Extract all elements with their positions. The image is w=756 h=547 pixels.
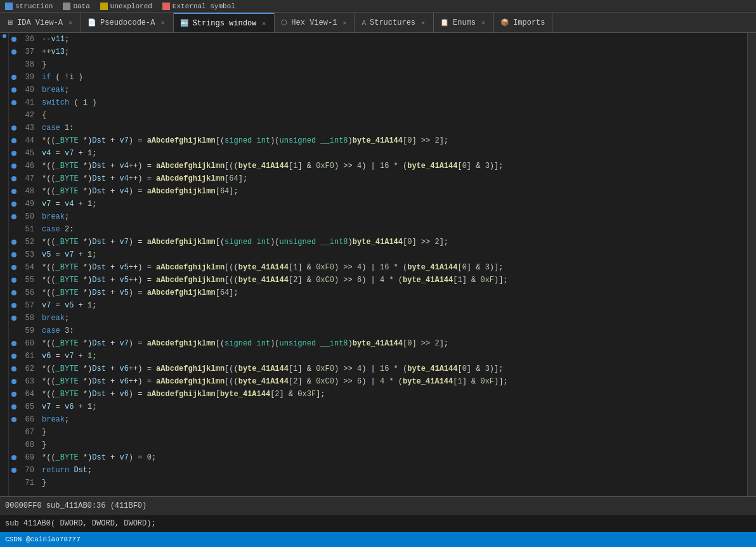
table-row: 60 *((_BYTE *)Dst + v7) = aAbcdefghijklm… [9, 337, 747, 350]
line-dot [11, 392, 16, 397]
code-text: --v11; [42, 35, 69, 44]
tab-structures[interactable]: A Structures ✕ [355, 13, 434, 32]
tab-enums[interactable]: 📋 Enums ✕ [434, 13, 494, 32]
line-dot [11, 100, 16, 105]
line-dot [11, 49, 16, 55]
legend-external: External symbol [162, 3, 235, 10]
table-row: 56 *((_BYTE *)Dst + v5) = aAbcdefghijklm… [9, 286, 747, 299]
code-text: return Dst; [42, 466, 92, 475]
tab-pseudocode[interactable]: 📄 Pseudocode-A ✕ [81, 13, 173, 32]
code-text: break; [42, 86, 69, 94]
line-number: 41 [19, 98, 42, 107]
unexplored-color [100, 3, 108, 10]
tab-strings-close[interactable]: ✕ [260, 19, 268, 28]
table-row: 69 *((_BYTE *)Dst + v7) = 0; [9, 451, 747, 464]
table-row: 38 } [9, 58, 747, 71]
line-number: 43 [19, 124, 42, 132]
code-panel[interactable]: 36--v11;37++v13;38 }39 if ( !i )40 break… [9, 33, 747, 496]
tab-hex-view-close[interactable]: ✕ [341, 18, 348, 27]
line-number: 58 [19, 314, 42, 323]
legend-instruction-label: struction [15, 3, 53, 10]
imports-icon: 📦 [500, 18, 509, 27]
footer-sub-text: sub 411AB0( DWORD, DWORD, DWORD); [5, 519, 156, 528]
tab-ida-view[interactable]: 🖥 IDA View-A ✕ [0, 13, 81, 32]
line-dot [11, 354, 16, 359]
table-row: 52 *((_BYTE *)Dst + v7) = aAbcdefghijklm… [9, 236, 747, 248]
line-number: 70 [19, 466, 42, 475]
tab-structures-close[interactable]: ✕ [419, 18, 427, 27]
enums-icon: 📋 [440, 18, 449, 27]
code-text: if ( !i ) [42, 73, 83, 82]
code-text: *((_BYTE *)Dst + v4++) = aAbcdefghijklmn… [42, 162, 503, 171]
line-number: 42 [19, 111, 42, 120]
line-dot [11, 278, 16, 283]
table-row: 42 { [9, 109, 747, 122]
line-no-dot [11, 62, 16, 67]
tab-ida-view-close[interactable]: ✕ [67, 18, 74, 27]
line-no-dot [11, 442, 16, 447]
line-number: 48 [19, 187, 42, 196]
line-dot [11, 290, 16, 295]
legend-unexplored-label: Unexplored [110, 3, 152, 10]
code-text: v5 = v7 + 1; [42, 250, 96, 259]
line-dot [11, 176, 16, 181]
code-text: case 2: [42, 225, 74, 234]
tab-strings[interactable]: 🔤 Strings window ✕ [174, 13, 275, 32]
code-text: *((_BYTE *)Dst + v5) = aAbcdefghijklmn[6… [42, 288, 238, 297]
line-dot [11, 75, 16, 80]
legend-instruction: struction [5, 3, 53, 10]
line-number: 68 [19, 441, 42, 449]
table-row: 39 if ( !i ) [9, 71, 747, 84]
table-row: 49 v7 = v4 + 1; [9, 198, 747, 210]
status-bar: CSDN @cainiao78777 [0, 532, 756, 547]
instruction-color [5, 3, 13, 10]
table-row: 54 *((_BYTE *)Dst + v5++) = aAbcdefghijk… [9, 261, 747, 274]
table-row: 57 v7 = v5 + 1; [9, 299, 747, 312]
code-text: *((_BYTE *)Dst + v6++) = aAbcdefghijklmn… [42, 364, 503, 373]
line-dot [11, 202, 16, 207]
legend-external-label: External symbol [173, 3, 235, 10]
table-row: 51 case 2: [9, 223, 747, 236]
tab-pseudocode-close[interactable]: ✕ [159, 18, 166, 27]
tab-ida-view-label: IDA View-A [17, 18, 63, 27]
line-number: 39 [19, 73, 42, 82]
code-text: { [42, 111, 46, 120]
table-row: 45 v4 = v7 + 1; [9, 147, 747, 160]
tab-imports[interactable]: 📦 Imports [494, 13, 552, 32]
code-text: *((_BYTE *)Dst + v5++) = aAbcdefghijklmn… [42, 276, 508, 285]
line-dot [11, 87, 16, 93]
tab-enums-label: Enums [453, 18, 476, 27]
line-dot [11, 316, 16, 321]
line-number: 40 [19, 86, 42, 94]
code-text: *((_BYTE *)Dst + v4++) = aAbcdefghijklmn… [42, 174, 247, 183]
line-number: 46 [19, 162, 42, 171]
line-number: 69 [19, 453, 42, 462]
table-row: 40 break; [9, 84, 747, 96]
tab-pseudocode-label: Pseudocode-A [100, 18, 155, 27]
line-no-dot [11, 480, 16, 486]
table-row: 41 switch ( i ) [9, 96, 747, 109]
hex-view-icon: ⬡ [281, 18, 287, 27]
code-text: switch ( i ) [42, 98, 96, 107]
line-number: 56 [19, 288, 42, 297]
ida-view-icon: 🖥 [6, 18, 13, 27]
code-text: case 3: [42, 326, 74, 335]
code-text: case 1: [42, 124, 74, 132]
line-number: 67 [19, 428, 42, 437]
line-number: 62 [19, 364, 42, 373]
line-dot [11, 468, 16, 473]
line-number: 50 [19, 212, 42, 221]
table-row: 37++v13; [9, 46, 747, 58]
line-number: 55 [19, 276, 42, 285]
line-number: 60 [19, 339, 42, 348]
scrollbar-vertical[interactable] [747, 33, 756, 496]
tab-enums-close[interactable]: ✕ [479, 18, 487, 27]
table-row: 53 v5 = v7 + 1; [9, 248, 747, 261]
table-row: 65 v7 = v6 + 1; [9, 401, 747, 413]
table-row: 63 *((_BYTE *)Dst + v6++) = aAbcdefghijk… [9, 375, 747, 388]
tab-hex-view[interactable]: ⬡ Hex View-1 ✕ [275, 13, 355, 32]
code-text: *((_BYTE *)Dst + v7) = 0; [42, 453, 156, 462]
line-number: 37 [19, 48, 42, 56]
tab-hex-view-label: Hex View-1 [291, 18, 337, 27]
line-number: 63 [19, 377, 42, 386]
